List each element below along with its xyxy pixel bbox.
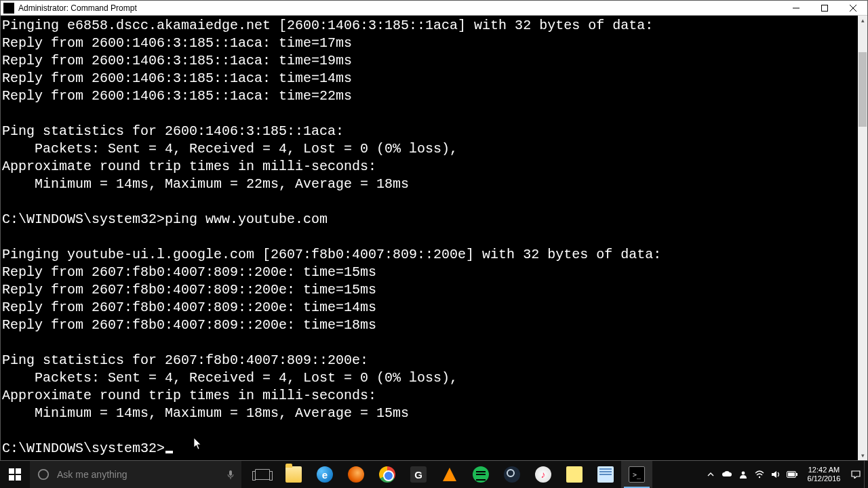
tray-onedrive-icon[interactable] (719, 461, 735, 488)
svg-rect-10 (788, 472, 795, 476)
cmd-icon (629, 466, 645, 483)
sticky-notes-icon (566, 466, 583, 483)
terminal-output[interactable]: Pinging e6858.dscc.akamaiedge.net [2600:… (1, 16, 858, 460)
taskbar-apps: G (247, 461, 652, 488)
svg-point-5 (39, 470, 48, 479)
search-box[interactable]: Ask me anything (30, 461, 241, 488)
tray-people-icon[interactable] (735, 461, 751, 488)
taskbar-app-cmd[interactable] (621, 461, 652, 488)
window-title: Administrator: Command Prompt (17, 3, 782, 13)
svg-point-7 (742, 472, 745, 475)
notepad-icon (597, 466, 614, 483)
scroll-track[interactable] (858, 25, 867, 451)
taskbar-app-notepad[interactable] (590, 461, 621, 488)
svg-rect-0 (822, 5, 828, 11)
taskbar: Ask me anything G 12:42 AM 6/12/2016 (0, 461, 868, 488)
svg-point-8 (759, 476, 760, 478)
terminal-area: Pinging e6858.dscc.akamaiedge.net [2600:… (1, 16, 867, 460)
tray-network-icon[interactable] (751, 461, 768, 488)
scroll-up-button[interactable]: ▴ (858, 16, 867, 25)
steam-icon (504, 466, 520, 483)
grammarly-icon: G (410, 466, 427, 483)
scroll-thumb[interactable] (859, 52, 867, 127)
app-icon (3, 3, 14, 14)
svg-rect-1 (9, 468, 14, 474)
svg-rect-4 (16, 475, 21, 481)
command-prompt-window: Administrator: Command Prompt Pinging e6… (0, 0, 868, 461)
taskbar-app-vlc[interactable] (434, 461, 465, 488)
svg-rect-2 (16, 468, 21, 474)
taskbar-app-grammarly[interactable]: G (403, 461, 434, 488)
tray-battery-icon[interactable] (784, 461, 800, 488)
file-explorer-icon (285, 466, 302, 483)
task-view-icon (255, 469, 270, 480)
show-desktop-button[interactable] (864, 461, 868, 488)
svg-rect-3 (9, 475, 14, 481)
scroll-down-button[interactable]: ▾ (858, 451, 867, 460)
cortana-icon (30, 468, 57, 481)
titlebar[interactable]: Administrator: Command Prompt (1, 1, 867, 16)
firefox-icon (348, 466, 364, 483)
tray-volume-icon[interactable] (768, 461, 784, 488)
action-center-icon[interactable] (848, 461, 864, 488)
close-button[interactable] (839, 1, 867, 15)
vertical-scrollbar[interactable]: ▴ ▾ (858, 16, 867, 460)
system-tray: 12:42 AM 6/12/2016 (703, 461, 868, 488)
taskbar-app-edge[interactable] (309, 461, 340, 488)
maximize-button[interactable] (810, 1, 839, 15)
spotify-icon (473, 466, 489, 483)
itunes-icon (535, 466, 551, 483)
taskbar-app-chrome[interactable] (372, 461, 403, 488)
svg-rect-6 (229, 470, 232, 476)
search-placeholder: Ask me anything (57, 469, 220, 480)
taskbar-app-steam[interactable] (496, 461, 528, 488)
taskbar-app-task-view[interactable] (247, 461, 278, 488)
microphone-icon[interactable] (220, 470, 241, 479)
taskbar-app-firefox[interactable] (340, 461, 372, 488)
svg-rect-11 (796, 473, 797, 476)
tray-clock[interactable]: 12:42 AM 6/12/2016 (800, 466, 848, 483)
edge-icon (317, 466, 333, 483)
minimize-button[interactable] (782, 1, 810, 15)
vlc-icon (443, 468, 456, 481)
text-cursor (165, 451, 173, 453)
taskbar-app-itunes[interactable] (528, 461, 559, 488)
tray-chevron-icon[interactable] (703, 461, 719, 488)
taskbar-app-spotify[interactable] (465, 461, 496, 488)
tray-time: 12:42 AM (803, 466, 845, 474)
taskbar-app-file-explorer[interactable] (278, 461, 309, 488)
taskbar-app-sticky-notes[interactable] (559, 461, 590, 488)
chrome-icon (379, 466, 395, 483)
window-buttons (782, 1, 867, 15)
tray-date: 6/12/2016 (803, 474, 845, 483)
start-button[interactable] (0, 461, 30, 488)
